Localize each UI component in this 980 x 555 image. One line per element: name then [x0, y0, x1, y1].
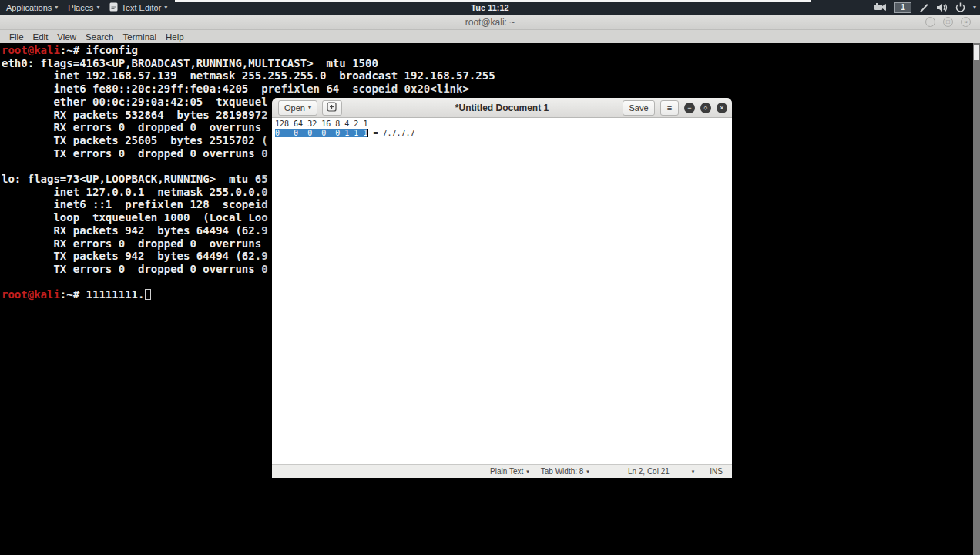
close-button[interactable]: ×	[961, 17, 971, 27]
caret-down-icon: ▾	[586, 469, 589, 475]
save-button[interactable]: Save	[623, 100, 655, 116]
terminal-text: RX errors 0 dropped 0 overruns	[2, 121, 261, 133]
menu-help[interactable]: Help	[163, 32, 186, 42]
caret-down-icon: ▾	[55, 4, 58, 11]
terminal-titlebar[interactable]: root@kali: ~ − □ ×	[0, 15, 980, 30]
new-document-icon	[327, 102, 337, 113]
gedit-headerbar[interactable]: Open ▾ *Untitled Document 1 Save ≡ − ○ ×	[272, 98, 732, 118]
cursor-position[interactable]: Ln 2, Col 21	[628, 467, 670, 476]
terminal-text: lo: flags=73<UP,LOOPBACK,RUNNING> mtu 65	[2, 173, 268, 185]
panel-menu-label: Text Editor	[121, 3, 161, 12]
terminal-line: inet6 fe80::20c:29ff:fe0a:4205 prefixlen…	[2, 82, 980, 96]
selected-text: 0 0 0 0 0 1 1 1	[275, 129, 368, 137]
editor-line: 128 64 32 16 8 4 2 1	[275, 119, 732, 129]
terminal-text: RX errors 0 dropped 0 overruns	[2, 237, 261, 250]
gedit-close-button[interactable]: ×	[717, 103, 727, 113]
panel-menu-label: Applications	[6, 3, 52, 12]
terminal-line: inet 192.168.57.139 netmask 255.255.255.…	[2, 69, 980, 82]
terminal-line: root@kali:~# ifconfig	[2, 44, 980, 57]
terminal-text: inet6 fe80::20c:29ff:fe0a:4205 prefixlen…	[2, 82, 469, 95]
panel-menu-places[interactable]: Places▾	[68, 0, 99, 15]
terminal-text: loop txqueuelen 1000 (Local Loo	[2, 211, 268, 224]
panel-status-area: 1 ▾	[874, 0, 976, 15]
menu-view[interactable]: View	[55, 32, 79, 42]
volume-icon[interactable]	[937, 3, 948, 12]
goto-line-caret-icon[interactable]: ▾	[692, 469, 695, 475]
menu-file[interactable]: File	[7, 32, 26, 42]
screen-recorder-icon[interactable]	[874, 3, 887, 12]
terminal-scrollbar[interactable]	[973, 43, 980, 555]
terminal-text: inet6 ::1 prefixlen 128 scopeid	[2, 198, 268, 210]
menu-terminal[interactable]: Terminal	[121, 32, 159, 42]
terminal-text: TX errors 0 dropped 0 overruns 0	[2, 263, 268, 275]
tab-width-selector[interactable]: Tab Width: 8▾	[541, 467, 589, 476]
insert-mode-indicator: INS	[710, 467, 723, 476]
caret-down-icon: ▾	[308, 104, 311, 111]
menu-edit[interactable]: Edit	[31, 32, 51, 42]
terminal-title: root@kali: ~	[465, 17, 515, 28]
panel-menu-applications[interactable]: Applications▾	[6, 0, 58, 15]
minimize-button[interactable]: −	[925, 17, 935, 27]
scrollbar-thumb[interactable]	[974, 45, 979, 60]
terminal-text: :~# ifconfig	[60, 44, 138, 56]
terminal-text: inet 192.168.57.139 netmask 255.255.255.…	[2, 69, 495, 82]
top-edge-artifact	[175, 0, 811, 2]
terminal-cursor	[145, 289, 151, 300]
terminal-text: :~# 11111111.	[60, 288, 145, 301]
hamburger-menu-button[interactable]: ≡	[660, 100, 679, 116]
terminal-text: inet 127.0.0.1 netmask 255.0.0.0	[2, 186, 268, 198]
gedit-window: Open ▾ *Untitled Document 1 Save ≡ − ○ ×…	[272, 98, 732, 478]
terminal-text: TX packets 25605 bytes 2515702 (	[2, 134, 268, 146]
panel-menus: Applications▾Places▾Text Editor▾	[0, 0, 167, 15]
menu-search[interactable]: Search	[83, 32, 116, 42]
gedit-text-area[interactable]: 128 64 32 16 8 4 2 1 0 0 0 0 0 1 1 1 = 7…	[272, 118, 732, 464]
terminal-text: TX errors 0 dropped 0 overruns 0	[2, 147, 268, 160]
terminal-text: RX packets 942 bytes 64494 (62.9	[2, 224, 268, 237]
pen-icon[interactable]	[919, 2, 929, 12]
panel-menu-text-editor[interactable]: Text Editor▾	[109, 0, 167, 15]
gedit-maximize-button[interactable]: ○	[700, 103, 711, 113]
gedit-statusbar: Plain Text▾ Tab Width: 8▾ Ln 2, Col 21 ▾…	[272, 464, 732, 478]
top-panel: Applications▾Places▾Text Editor▾ Tue 11:…	[0, 0, 980, 15]
clock[interactable]: Tue 11:12	[471, 3, 508, 12]
caret-down-icon: ▾	[164, 4, 167, 11]
power-icon[interactable]	[955, 2, 965, 12]
new-document-button[interactable]	[322, 100, 342, 116]
terminal-window-controls: − □ ×	[925, 17, 971, 27]
gedit-minimize-button[interactable]: −	[684, 103, 695, 113]
maximize-button[interactable]: □	[943, 17, 953, 27]
editor-line: 0 0 0 0 0 1 1 1 = 7.7.7.7	[275, 129, 732, 138]
workspace-indicator[interactable]: 1	[894, 2, 911, 13]
terminal-menubar: FileEditViewSearchTerminalHelp	[0, 30, 980, 43]
text-editor-icon	[109, 2, 118, 13]
caret-down-icon: ▾	[526, 469, 529, 475]
gedit-document-title: *Untitled Document 1	[455, 103, 549, 113]
terminal-text: eth0: flags=4163<UP,BROADCAST,RUNNING,MU…	[2, 57, 378, 69]
editor-line-rest: = 7.7.7.7	[368, 129, 414, 137]
prompt-text: root@kali	[2, 44, 60, 56]
terminal-line: eth0: flags=4163<UP,BROADCAST,RUNNING,MU…	[2, 57, 980, 70]
language-selector[interactable]: Plain Text▾	[490, 467, 529, 476]
open-button[interactable]: Open ▾	[278, 100, 317, 116]
terminal-text: ether 00:0c:29:0a:42:05 txqueuel	[2, 96, 268, 108]
terminal-text: TX packets 942 bytes 64494 (62.9	[2, 250, 268, 262]
caret-down-icon[interactable]: ▾	[973, 4, 976, 11]
open-button-label: Open	[284, 103, 305, 113]
terminal-text: RX packets 532864 bytes 28198972	[2, 109, 268, 121]
prompt-text: root@kali	[2, 288, 60, 301]
caret-down-icon: ▾	[96, 4, 99, 11]
panel-menu-label: Places	[68, 3, 93, 12]
